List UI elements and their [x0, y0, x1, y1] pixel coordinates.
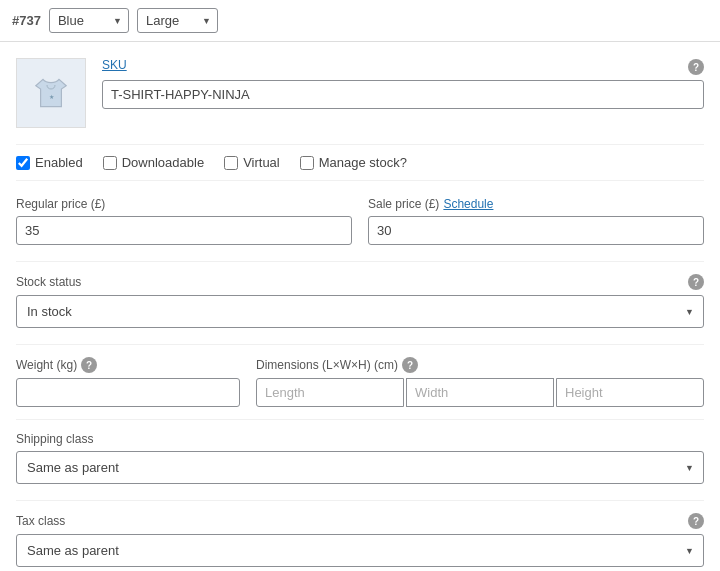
regular-price-label: Regular price (£) [16, 197, 352, 211]
divider-2 [16, 344, 704, 345]
shipping-label: Shipping class [16, 432, 704, 446]
width-input[interactable] [406, 378, 554, 407]
sale-price-label: Sale price (£) Schedule [368, 197, 704, 211]
top-bar: #737 Blue Red Green Small Medium Large X… [0, 0, 720, 42]
enabled-label: Enabled [35, 155, 83, 170]
stock-status-select[interactable]: In stock Out of stock On backorder [16, 295, 704, 328]
stock-status-label: Stock status ? [16, 274, 704, 290]
sku-label[interactable]: SKU [102, 58, 127, 72]
size-select-wrapper: Small Medium Large XL [137, 8, 218, 33]
tax-select-wrapper: Same as parent Standard Reduced rate Zer… [16, 534, 704, 567]
divider-4 [16, 500, 704, 501]
tax-label: Tax class ? [16, 513, 704, 529]
dimensions-row: Weight (kg) ? Dimensions (L×W×H) (cm) ? [16, 357, 704, 407]
sale-price-input[interactable] [368, 216, 704, 245]
downloadable-checkbox[interactable] [103, 156, 117, 170]
regular-price-input[interactable] [16, 216, 352, 245]
manage-stock-label: Manage stock? [319, 155, 407, 170]
sale-price-group: Sale price (£) Schedule [368, 197, 704, 245]
shipping-section: Shipping class Same as parent No shippin… [16, 432, 704, 484]
tax-section: Tax class ? Same as parent Standard Redu… [16, 513, 704, 567]
stock-status-select-wrapper: In stock Out of stock On backorder [16, 295, 704, 328]
tshirt-svg: ★ [31, 73, 71, 113]
shipping-select-wrapper: Same as parent No shipping class [16, 451, 704, 484]
dimensions-label: Dimensions (L×W×H) (cm) ? [256, 357, 704, 373]
schedule-link[interactable]: Schedule [443, 197, 493, 211]
weight-label: Weight (kg) ? [16, 357, 240, 373]
color-select[interactable]: Blue Red Green [49, 8, 129, 33]
divider-1 [16, 261, 704, 262]
color-select-wrapper: Blue Red Green [49, 8, 129, 33]
length-input[interactable] [256, 378, 404, 407]
stock-status-help-icon[interactable]: ? [688, 274, 704, 290]
dimensions-help-icon[interactable]: ? [402, 357, 418, 373]
enabled-checkbox[interactable] [16, 156, 30, 170]
height-input[interactable] [556, 378, 704, 407]
regular-price-group: Regular price (£) [16, 197, 352, 245]
sku-help-icon[interactable]: ? [688, 59, 704, 75]
stock-status-section: Stock status ? In stock Out of stock On … [16, 274, 704, 328]
tax-select[interactable]: Same as parent Standard Reduced rate Zer… [16, 534, 704, 567]
tax-help-icon[interactable]: ? [688, 513, 704, 529]
shipping-select[interactable]: Same as parent No shipping class [16, 451, 704, 484]
sku-input[interactable] [102, 80, 704, 109]
svg-text:★: ★ [49, 94, 54, 100]
checkboxes-row: Enabled Downloadable Virtual Manage stoc… [16, 144, 704, 181]
main-content: ★ SKU ? Enabled Downloadable Virtual [0, 42, 720, 571]
virtual-label: Virtual [243, 155, 280, 170]
divider-3 [16, 419, 704, 420]
downloadable-label: Downloadable [122, 155, 204, 170]
manage-stock-checkbox-item[interactable]: Manage stock? [300, 155, 407, 170]
downloadable-checkbox-item[interactable]: Downloadable [103, 155, 204, 170]
weight-group: Weight (kg) ? [16, 357, 240, 407]
sku-section: SKU ? [102, 58, 704, 109]
dimensions-inputs [256, 378, 704, 407]
size-select[interactable]: Small Medium Large XL [137, 8, 218, 33]
manage-stock-checkbox[interactable] [300, 156, 314, 170]
virtual-checkbox[interactable] [224, 156, 238, 170]
weight-help-icon[interactable]: ? [81, 357, 97, 373]
weight-input[interactable] [16, 378, 240, 407]
sku-wrapper [102, 80, 704, 109]
price-fields-row: Regular price (£) Sale price (£) Schedul… [16, 197, 704, 245]
virtual-checkbox-item[interactable]: Virtual [224, 155, 280, 170]
product-image: ★ [16, 58, 86, 128]
variant-id: #737 [12, 13, 41, 28]
enabled-checkbox-item[interactable]: Enabled [16, 155, 83, 170]
dimensions-group: Dimensions (L×W×H) (cm) ? [256, 357, 704, 407]
product-header: ★ SKU ? [16, 58, 704, 128]
